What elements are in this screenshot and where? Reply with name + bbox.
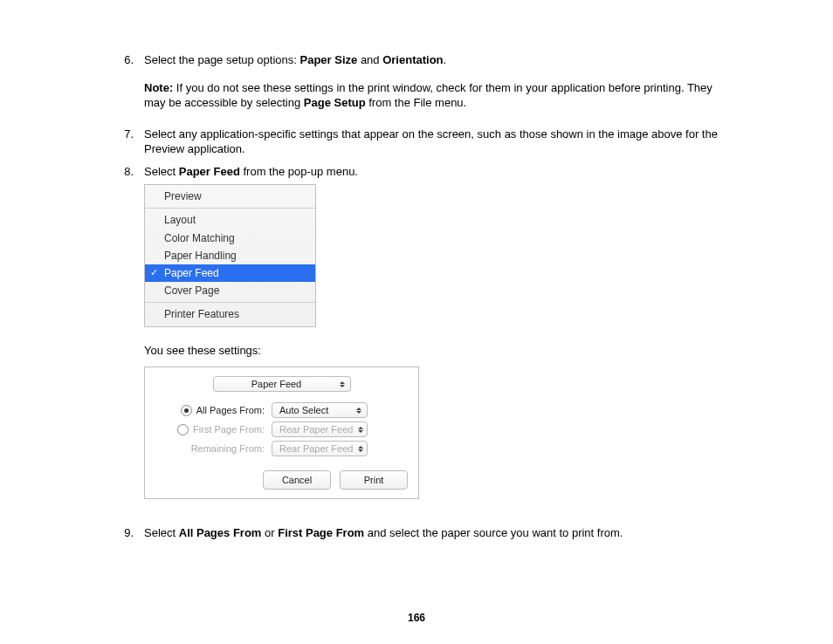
text: Select	[144, 165, 179, 178]
button-row: Cancel Print	[155, 470, 408, 490]
select-remaining-source[interactable]: Rear Paper Feed	[272, 441, 368, 456]
step-6: 6. Select the page setup options: Paper …	[109, 52, 724, 120]
text: from the pop-up menu.	[240, 165, 358, 178]
select-value: Rear Paper Feed	[279, 442, 353, 456]
panel-mode-select[interactable]: Paper Feed	[213, 376, 351, 392]
menu-item-preview[interactable]: Preview	[145, 188, 315, 205]
text: or	[261, 526, 278, 539]
row-first-page: First Page From: Rear Paper Feed	[155, 421, 408, 437]
label-all-pages: All Pages From:	[196, 404, 265, 417]
step-number: 9.	[109, 525, 144, 541]
updown-icon	[338, 381, 347, 387]
page-number: 166	[0, 611, 833, 625]
row-remaining: Remaining From: Rear Paper Feed	[155, 441, 408, 456]
step-body: Select Paper Feed from the pop-up menu. …	[144, 164, 724, 518]
select-all-pages-source[interactable]: Auto Select	[272, 402, 368, 418]
select-value: Auto Select	[279, 404, 349, 417]
step-8: 8. Select Paper Feed from the pop-up men…	[109, 164, 724, 518]
menu-item-cover-page[interactable]: Cover Page	[145, 282, 315, 299]
note-block: Note: If you do not see these settings i…	[144, 80, 724, 111]
text: Select the page setup options:	[144, 53, 300, 66]
menu-item-printer-features[interactable]: Printer Features	[145, 305, 315, 323]
step-number: 6.	[109, 52, 144, 120]
label-first-page: First Page From:	[193, 423, 265, 436]
select-value: Rear Paper Feed	[279, 423, 353, 436]
text: .	[444, 53, 447, 66]
text: and	[357, 53, 382, 66]
step-body: Select All Pages From or First Page From…	[144, 525, 724, 541]
popup-menu-figure: Preview Layout Color Matching Paper Hand…	[144, 184, 316, 326]
row-all-pages: All Pages From: Auto Select	[155, 402, 408, 418]
cancel-button[interactable]: Cancel	[263, 470, 331, 490]
note-label: Note:	[144, 81, 173, 94]
label-remaining: Remaining From:	[191, 442, 265, 456]
radio-all-pages[interactable]	[181, 405, 192, 416]
bold-page-setup: Page Setup	[304, 96, 366, 109]
text: and select the paper source you want to …	[364, 526, 623, 539]
step-number: 7.	[109, 127, 144, 157]
select-first-page-source[interactable]: Rear Paper Feed	[272, 421, 368, 437]
print-button[interactable]: Print	[340, 470, 408, 490]
updown-icon	[355, 408, 363, 414]
paper-feed-panel: Paper Feed All Pages From: Auto Select	[144, 367, 419, 499]
step-body: Select any application-specific settings…	[144, 127, 724, 157]
menu-item-layout[interactable]: Layout	[145, 211, 315, 229]
menu-item-color-matching[interactable]: Color Matching	[145, 230, 315, 247]
step-9: 9. Select All Pages From or First Page F…	[109, 525, 724, 541]
step-number: 8.	[109, 164, 144, 518]
updown-icon	[358, 427, 363, 433]
text: from the File menu.	[366, 96, 467, 109]
bold-all-pages-from: All Pages From	[179, 526, 262, 539]
radio-first-page[interactable]	[177, 424, 189, 435]
bold-paper-size: Paper Size	[300, 53, 358, 66]
step-body: Select the page setup options: Paper Siz…	[144, 52, 724, 120]
step-7: 7. Select any application-specific setti…	[109, 127, 724, 157]
lead-text: You see these settings:	[144, 343, 724, 359]
updown-icon	[358, 446, 363, 452]
menu-item-paper-feed[interactable]: Paper Feed	[145, 264, 315, 282]
menu-item-paper-handling[interactable]: Paper Handling	[145, 247, 315, 264]
bold-first-page-from: First Page From	[278, 526, 364, 539]
text: Select	[144, 526, 179, 539]
bold-paper-feed: Paper Feed	[179, 165, 240, 178]
document-page: 6. Select the page setup options: Paper …	[0, 0, 833, 644]
bold-orientation: Orientation	[382, 53, 443, 66]
select-value: Paper Feed	[221, 378, 333, 391]
